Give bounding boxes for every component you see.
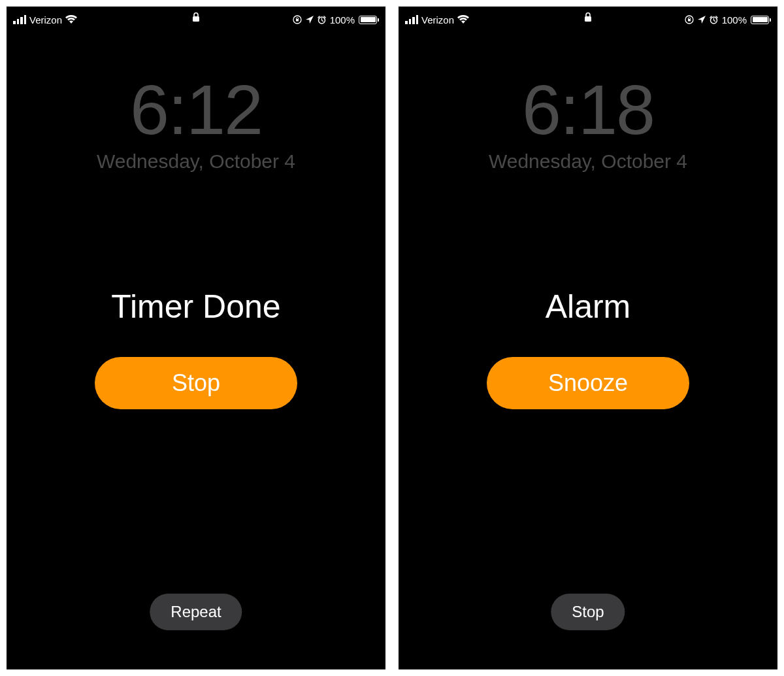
svg-rect-2 — [296, 19, 299, 22]
timer-alert: Timer Done Stop — [7, 288, 385, 409]
status-bar-right: 100% — [293, 14, 379, 25]
battery-icon — [751, 16, 771, 24]
snooze-button[interactable]: Snooze — [487, 357, 689, 409]
cellular-signal-icon — [13, 15, 26, 24]
status-bar: Verizon 100% — [7, 7, 385, 29]
status-bar-right: 100% — [685, 14, 771, 25]
cellular-signal-icon — [405, 15, 418, 24]
alarm-icon — [710, 16, 718, 24]
svg-rect-4 — [585, 16, 591, 22]
battery-percent-label: 100% — [330, 14, 355, 25]
status-bar-left: Verizon — [13, 14, 77, 25]
location-icon — [698, 16, 706, 24]
alert-title: Alarm — [546, 288, 631, 326]
orientation-lock-icon — [685, 15, 694, 24]
lock-screen-clock: 6:18 Wednesday, October 4 — [399, 75, 777, 173]
location-icon — [306, 16, 314, 24]
alarm-alert: Alarm Snooze — [399, 288, 777, 409]
lock-screen-clock: 6:12 Wednesday, October 4 — [7, 75, 385, 173]
lock-icon — [193, 12, 199, 22]
stop-button[interactable]: Stop — [551, 594, 625, 630]
lock-icon — [585, 12, 591, 22]
wifi-icon — [457, 15, 469, 24]
clock-date: Wednesday, October 4 — [399, 150, 777, 173]
phone-lock-screen-timer: Verizon 100% — [7, 7, 385, 669]
clock-time: 6:12 — [7, 75, 385, 145]
orientation-lock-icon — [293, 15, 302, 24]
phone-lock-screen-alarm: Verizon 100% — [399, 7, 777, 669]
stop-button[interactable]: Stop — [95, 357, 297, 409]
status-bar-left: Verizon — [405, 14, 469, 25]
clock-time: 6:18 — [399, 75, 777, 145]
alert-title: Timer Done — [111, 288, 280, 326]
svg-rect-6 — [688, 19, 691, 22]
wifi-icon — [65, 15, 77, 24]
battery-icon — [359, 16, 379, 24]
status-bar: Verizon 100% — [399, 7, 777, 29]
repeat-button[interactable]: Repeat — [150, 594, 242, 630]
clock-date: Wednesday, October 4 — [7, 150, 385, 173]
carrier-label: Verizon — [29, 14, 62, 25]
battery-percent-label: 100% — [722, 14, 747, 25]
alarm-icon — [318, 16, 326, 24]
svg-rect-0 — [193, 16, 199, 22]
carrier-label: Verizon — [421, 14, 454, 25]
